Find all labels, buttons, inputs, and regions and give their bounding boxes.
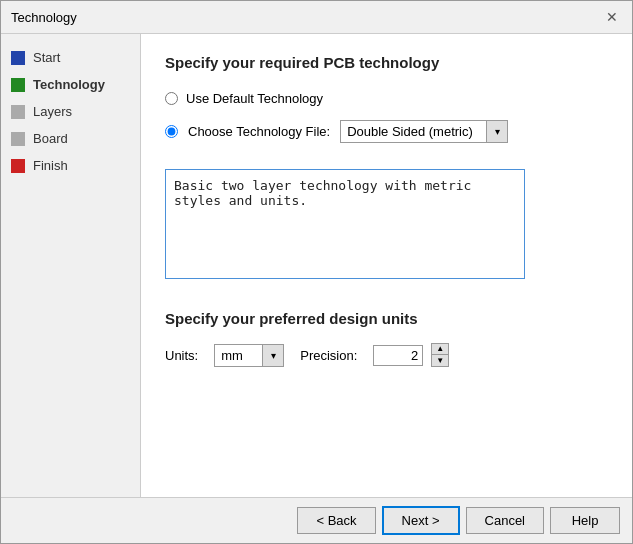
sidebar-label-technology: Technology [33, 77, 105, 92]
sidebar-label-finish: Finish [33, 158, 68, 173]
svg-rect-4 [11, 159, 25, 173]
sidebar-item-board[interactable]: Board [1, 125, 140, 152]
precision-input[interactable] [373, 345, 423, 366]
help-button[interactable]: Help [550, 507, 620, 534]
sidebar-item-technology[interactable]: Technology [1, 71, 140, 98]
content-area: Specify your required PCB technology Use… [141, 34, 632, 497]
svg-rect-1 [11, 78, 25, 92]
svg-rect-2 [11, 105, 25, 119]
board-icon [11, 132, 25, 146]
tech-select-wrapper: Double Sided (metric) Single Sided (metr… [340, 120, 508, 143]
sidebar-label-board: Board [33, 131, 68, 146]
precision-up-button[interactable]: ▲ [432, 344, 448, 355]
sidebar-label-layers: Layers [33, 104, 72, 119]
radio-default[interactable] [165, 92, 178, 105]
sidebar-label-start: Start [33, 50, 60, 65]
svg-rect-0 [11, 51, 25, 65]
radio-default-label[interactable]: Use Default Technology [186, 91, 323, 106]
window-title: Technology [11, 10, 77, 25]
units-select[interactable]: mm inch mil [214, 344, 284, 367]
precision-label: Precision: [300, 348, 357, 363]
svg-rect-3 [11, 132, 25, 146]
title-bar: Technology ✕ [1, 1, 632, 34]
start-icon [11, 51, 25, 65]
sidebar-item-layers[interactable]: Layers [1, 98, 140, 125]
section2-title: Specify your preferred design units [165, 310, 608, 327]
finish-icon [11, 159, 25, 173]
sidebar-item-start[interactable]: Start [1, 44, 140, 71]
close-icon: ✕ [606, 9, 618, 25]
cancel-button[interactable]: Cancel [466, 507, 544, 534]
radio-choose-label[interactable]: Choose Technology File: [188, 124, 330, 139]
radio-group: Use Default Technology Choose Technology… [165, 91, 608, 153]
close-button[interactable]: ✕ [602, 7, 622, 27]
main-content: Start Technology Layers Board [1, 34, 632, 497]
units-select-wrapper: mm inch mil ▾ [214, 344, 284, 367]
precision-down-button[interactable]: ▼ [432, 355, 448, 366]
back-button[interactable]: < Back [297, 507, 375, 534]
description-textbox[interactable]: Basic two layer technology with metric s… [165, 169, 525, 279]
sidebar: Start Technology Layers Board [1, 34, 141, 497]
main-window: Technology ✕ Start Technology [0, 0, 633, 544]
section1-title: Specify your required PCB technology [165, 54, 608, 71]
tech-file-select[interactable]: Double Sided (metric) Single Sided (metr… [340, 120, 508, 143]
precision-spinner: ▲ ▼ [431, 343, 449, 367]
radio-default-row: Use Default Technology [165, 91, 608, 106]
sidebar-item-finish[interactable]: Finish [1, 152, 140, 179]
units-label: Units: [165, 348, 198, 363]
technology-icon [11, 78, 25, 92]
footer: < Back Next > Cancel Help [1, 497, 632, 543]
units-row: Units: mm inch mil ▾ Precision: ▲ ▼ [165, 343, 608, 367]
radio-choose[interactable] [165, 125, 178, 138]
radio-choose-row: Choose Technology File: Double Sided (me… [165, 120, 608, 143]
next-button[interactable]: Next > [382, 506, 460, 535]
precision-wrapper: ▲ ▼ [373, 343, 449, 367]
layers-icon [11, 105, 25, 119]
